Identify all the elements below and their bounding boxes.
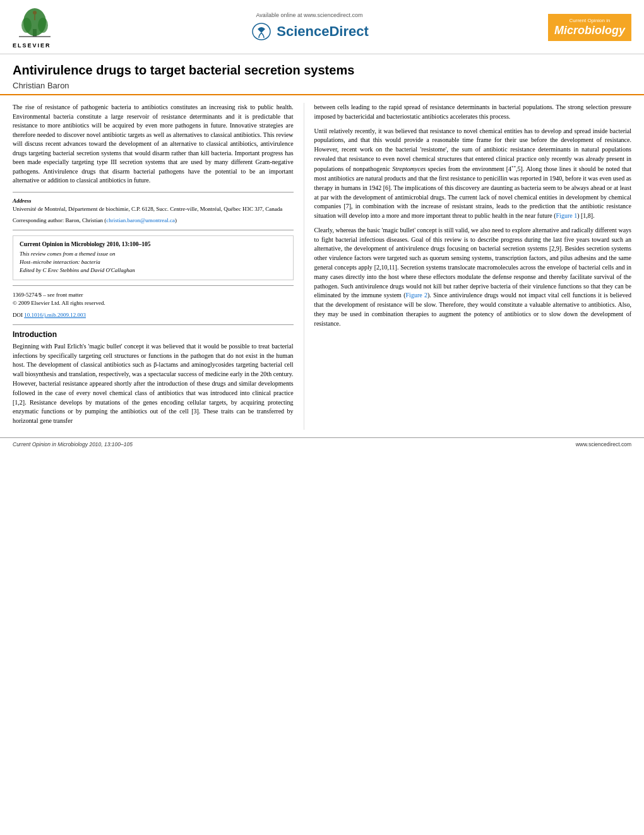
title-area: Antivirulence drugs to target bacterial … [0, 54, 644, 95]
journal-info-title: Current Opinion in Microbiology 2010, 13… [20, 241, 287, 247]
right-para-3: Clearly, whereas the basic 'magic bullet… [314, 226, 631, 329]
elsevier-logo-area: ELSEVIER [13, 6, 88, 49]
sciencedirect-wordmark: ScienceDirect [277, 23, 369, 40]
available-online-text: Available online at www.sciencedirect.co… [88, 12, 530, 18]
svg-point-5 [33, 11, 37, 15]
elsevier-logo: ELSEVIER [13, 6, 88, 49]
sciencedirect-logo: ScienceDirect [88, 20, 530, 43]
divider-2 [13, 230, 294, 230]
address-label: Address [13, 198, 294, 204]
journal-themed-issue: Host–microbe interaction: bacteria [20, 259, 100, 265]
doi-label: DOI [13, 312, 23, 318]
author-email-link[interactable]: christian.baron@umontreal.ca [106, 217, 175, 223]
svg-point-4 [38, 18, 48, 33]
rights-text: © 2009 Elsevier Ltd. All rights reserved… [13, 299, 294, 308]
divider-4 [13, 324, 294, 325]
doi-link[interactable]: 10.1016/j.mib.2009.12.003 [24, 312, 86, 318]
right-para-2: Until relatively recently, it was believ… [314, 127, 631, 221]
article-title: Antivirulence drugs to target bacterial … [13, 62, 631, 78]
article-author: Christian Baron [13, 81, 631, 90]
footer-website: www.sciencedirect.com [576, 441, 631, 447]
journal-edited-by: Edited by C Erec Stebbins and David O'Ca… [20, 267, 135, 273]
issn-text: 1369-5274/$ – see front matter [13, 291, 294, 300]
doi-section: DOI 10.1016/j.mib.2009.12.003 [13, 312, 294, 318]
sciencedirect-icon [250, 20, 273, 43]
main-content: The rise of resistance of pathogenic bac… [0, 95, 644, 430]
journal-themed-issue-label: This review comes from a themed issue on… [20, 250, 287, 275]
journal-badge-top-text: Current Opinion in [554, 18, 625, 24]
corresponding-author-name: Baron, Christian ( [66, 217, 107, 223]
address-text: Université de Montréal, Département de b… [13, 205, 294, 213]
journal-info-box: Current Opinion in Microbiology 2010, 13… [13, 235, 294, 280]
corresponding-author: Corresponding author: Baron, Christian (… [13, 216, 294, 225]
introduction-heading: Introduction [13, 330, 294, 339]
copyright-section: 1369-5274/$ – see front matter © 2009 El… [13, 291, 294, 308]
elsevier-tree-icon [13, 6, 57, 41]
page-footer: Current Opinion in Microbiology 2010, 13… [0, 437, 644, 451]
svg-point-3 [21, 18, 32, 33]
abstract-text: The rise of resistance of pathogenic bac… [13, 103, 294, 186]
right-para-1: between cells leading to the rapid sprea… [314, 103, 631, 122]
divider-3 [13, 285, 294, 286]
page-header: ELSEVIER Available online at www.science… [0, 0, 644, 54]
header-center: Available online at www.sciencedirect.co… [88, 12, 530, 43]
left-column: The rise of resistance of pathogenic bac… [13, 103, 304, 430]
elsevier-wordmark: ELSEVIER [13, 42, 51, 49]
journal-badge-main-text: Microbiology [554, 24, 625, 38]
journal-badge-area: Current Opinion in Microbiology [530, 14, 631, 41]
corresponding-author-label: Corresponding author: [13, 217, 64, 223]
footer-journal-citation: Current Opinion in Microbiology 2010, 13… [13, 441, 133, 447]
introduction-paragraph1: Beginning with Paul Erlich's 'magic bull… [13, 342, 294, 426]
address-section: Address Université de Montréal, Départem… [13, 198, 294, 213]
journal-badge: Current Opinion in Microbiology [548, 14, 631, 41]
right-column: between cells leading to the rapid sprea… [304, 103, 631, 430]
divider-1 [13, 192, 294, 192]
